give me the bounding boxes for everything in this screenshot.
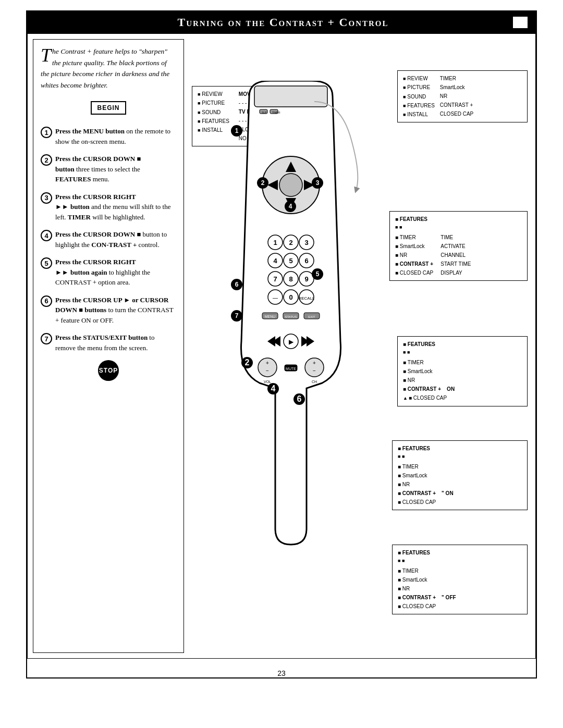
sm-review: ■ REVIEW [403,74,435,83]
sxm-nr: ■ NR [398,584,522,593]
sm-sound: ■ SOUND [403,92,435,101]
svg-text:EXIT: EXIT [308,315,315,318]
svg-text:+: + [266,360,269,366]
sixth-menu-sub: ■ ■ [398,557,522,565]
svg-point-6 [279,174,302,196]
ffm-closedcap: ■ CLOSED CAP [398,498,522,507]
svg-text:VOL: VOL [264,380,271,384]
tm-nr: ■ NR [395,251,433,260]
step-text-3: Press the CURSOR RIGHT►► button and the … [55,192,176,223]
step-label-1: 1 [231,125,242,137]
main-content: T he Contrast + feature helps to "sharpe… [27,33,536,659]
sxm-closedcap: ■ CLOSED CAP [398,602,522,611]
fm-closedcap: ▲■ CLOSED CAP [403,393,522,402]
diagram-area: ■ REVIEW ■ PICTURE ■ SOUND ■ FEATURES ■ … [187,44,528,644]
step-text-2: Press the CURSOR DOWN ■button three time… [55,154,176,184]
third-menu-content: ■ TIMER ■ SmartLock ■ NR ■ CONTRAST + ■ … [395,233,522,277]
tm-display: DISPLAY [440,268,471,277]
sxm-contrast-quoteoff: ■ CONTRAST + " OFF [398,593,522,602]
stop-circle: STOP [98,360,119,381]
step-label-6: 6 [231,279,242,290]
sm-features: ■ FEATURES [403,101,435,110]
svg-text:—: — [273,295,278,301]
step-label-3: 3 [312,177,323,189]
second-menu-box: ■ REVIEW ■ PICTURE ■ SOUND ■ FEATURES ■ … [397,70,528,122]
step-2: 2 Press the CURSOR DOWN ■button three ti… [41,154,176,184]
step-text-5: Press the CURSOR RIGHT►► button again to… [55,257,176,288]
sxm-smartlock: ■ SmartLock [398,575,522,584]
svg-text:1: 1 [273,239,277,246]
step-text-4: Press the CURSOR DOWN ■ button to highli… [55,229,176,250]
step-label-5: 5 [312,268,323,280]
step-num-6: 6 [41,295,52,307]
step-label-4: 4 [285,201,296,212]
tv-icon [513,17,528,28]
page-number: 23 [27,669,536,677]
step-label-4b: 4 [267,383,279,394]
tm-time: TIME [440,233,471,242]
step-num-3: 3 [41,192,52,204]
drop-cap: T [41,46,51,65]
third-menu-box: ■ FEATURES ■ ■ ■ TIMER ■ SmartLock ■ NR … [389,211,528,281]
fourth-menu-sub: ■ ■ [403,349,522,356]
tm-starttime: START TIME [440,260,471,268]
ffm-nr: ■ NR [398,480,522,489]
step-num-1: 1 [41,127,52,138]
svg-text:TIMER: TIMER [272,111,280,114]
third-col2: TIME ACTIVATE CHANNEL START TIME DISPLAY [440,233,471,277]
right-panel: ■ REVIEW ■ PICTURE ■ SOUND ■ FEATURES ■ … [184,39,530,653]
svg-text:9: 9 [304,275,308,283]
sixth-menu-box: ■ FEATURES ■ ■ ■ TIMER ■ SmartLock ■ NR … [392,545,528,614]
fifth-menu-box: ■ FEATURES ■ ■ ■ TIMER ■ SmartLock ■ NR … [392,440,528,510]
svg-text:4: 4 [273,257,277,265]
step-text-7: Press the STATUS/EXIT button to remove t… [55,332,176,353]
svg-text:2: 2 [289,239,292,246]
tm-timer: ■ TIMER [395,233,433,242]
page-title: Turning on the Contrast + Control [53,16,513,29]
fm-nr: ■ NR [403,376,522,385]
fourth-menu-box: ■ FEATURES ■ ■ ■ TIMER ■ SmartLock ■ NR … [397,336,528,406]
fm-timer: ■ TIMER [403,358,522,367]
sm-smartlock: SmartLock [440,83,473,92]
fourth-menu-title: ■ FEATURES [403,340,522,349]
title-bar: Turning on the Contrast + Control [27,11,536,33]
fifth-menu-sub: ■ ■ [398,453,522,461]
left-panel: T he Contrast + feature helps to "sharpe… [33,39,184,653]
step-7: 7 Press the STATUS/EXIT button to remove… [41,332,176,353]
step-label-2: 2 [257,177,268,189]
third-col1: ■ TIMER ■ SmartLock ■ NR ■ CONTRAST + ■ … [395,233,433,277]
sm-contrast: CONTRAST + [440,101,473,109]
tm-activate: ACTIVATE [440,242,471,251]
svg-text:5: 5 [289,257,292,265]
step-label-7: 7 [231,310,242,322]
fm-smartlock: ■ SmartLock [403,367,522,376]
step-1: 1 Press the MENU button on the remote to… [41,126,176,146]
sm-timer: TIMER [440,74,473,83]
tm-contrast: ■ CONTRAST + [395,260,433,268]
second-menu-col2: TIMER SmartLock NR CONTRAST + CLOSED CAP [440,74,473,119]
tm-smartlock: ■ SmartLock [395,242,433,251]
step-4: 4 Press the CURSOR DOWN ■ button to high… [41,229,176,250]
step-num-5: 5 [41,257,52,269]
sm-closedcap: CLOSED CAP [440,109,473,118]
fifth-menu-title: ■ FEATURES [398,444,522,453]
step-text-6: Press the CURSOR UP ► or CURSOR DOWN ■ b… [55,295,176,326]
tm-closedcap: ■ CLOSED CAP [395,268,433,277]
svg-text:RECALL: RECALL [298,296,315,301]
intro-text: T he Contrast + feature helps to "sharpe… [41,46,176,91]
step-label-6b: 6 [293,393,305,405]
svg-text:6: 6 [304,257,308,265]
svg-text:MENU: MENU [265,315,276,318]
sm-nr: NR [440,92,473,101]
step-6: 6 Press the CURSOR UP ► or CURSOR DOWN ■… [41,295,176,326]
step-3: 3 Press the CURSOR RIGHT►► button and th… [41,192,176,223]
svg-text:8: 8 [289,275,292,283]
svg-text:7: 7 [273,275,277,283]
ffm-timer: ■ TIMER [398,462,522,471]
page-wrapper: Turning on the Contrast + Control T he C… [26,10,537,678]
ffm-contrast-quoteon: ■ CONTRAST + " ON [398,489,522,498]
svg-text:−: − [266,368,269,374]
tm-channel: CHANNEL [440,251,471,260]
step-num-2: 2 [41,154,52,166]
svg-text:▶: ▶ [289,338,294,346]
